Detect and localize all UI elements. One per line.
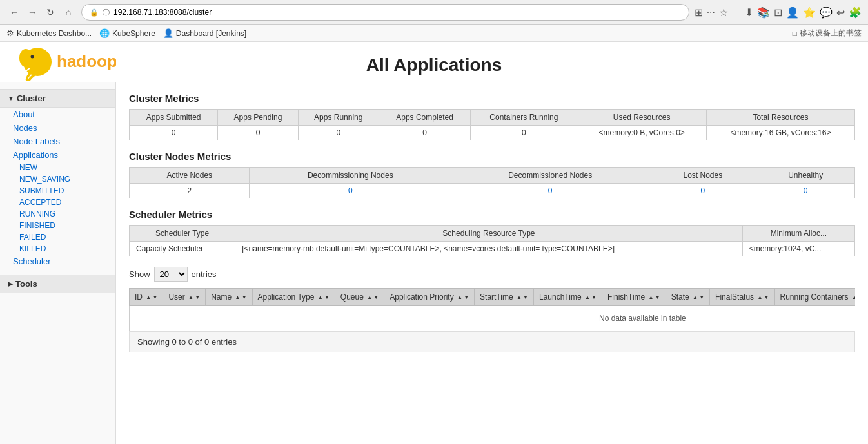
nav-buttons[interactable]: ← → ↻ ⌂ [6,5,76,20]
back-button[interactable]: ← [6,5,22,20]
extension-icon[interactable]: 🧩 [849,6,862,19]
tab-icon[interactable]: ⊡ [774,6,782,19]
scheduler-table: Scheduler Type Scheduling Resource Type … [129,225,855,256]
show-entries-row: Show 10 20 50 100 entries [129,267,855,282]
more-icon[interactable]: ··· [707,6,715,18]
scheduler-metrics-title: Scheduler Metrics [129,209,855,220]
col-apps-pending: Apps Pending [218,110,298,126]
sidebar-item-running[interactable]: RUNNING [0,208,115,220]
security-icon: 🔒 [90,8,99,17]
jenkins-icon: 👤 [163,28,173,38]
val-apps-completed: 0 [379,126,471,140]
col-id[interactable]: ID ▲ ▼ [130,289,163,306]
content-area: Cluster Metrics Apps Submitted Apps Pend… [116,82,868,444]
sidebar-item-scheduler[interactable]: Scheduler [0,255,115,268]
sort-state-icon[interactable]: ▲ ▼ [693,295,704,300]
sidebar-item-new[interactable]: NEW [0,162,115,173]
col-start-time[interactable]: StartTime ▲ ▼ [475,289,534,306]
val-scheduler-type: Capacity Scheduler [130,242,235,256]
col-name[interactable]: Name ▲ ▼ [206,289,252,306]
sidebar-item-submitted[interactable]: SUBMITTED [0,185,115,197]
col-apps-completed: Apps Completed [379,110,471,126]
favorites-icon[interactable]: ⭐ [803,6,816,19]
mobile-bookmark-label: 移动设备上的书签 [800,28,862,39]
sort-start-icon[interactable]: ▲ ▼ [517,295,528,300]
col-user[interactable]: User ▲ ▼ [163,289,206,306]
cluster-arrow-icon: ▼ [8,95,14,102]
sidebar-item-node-labels[interactable]: Node Labels [0,135,115,148]
col-scheduler-type: Scheduler Type [130,226,235,242]
tools-section-header[interactable]: ▶ Tools [0,275,115,293]
col-containers-running: Containers Running [471,110,577,126]
svg-point-3 [31,55,34,59]
back2-icon[interactable]: ↩ [836,6,845,19]
forward-button[interactable]: → [25,5,40,20]
apps-table: ID ▲ ▼ User ▲ ▼ Name ▲ ▼ [129,288,855,331]
sort-name-icon[interactable]: ▲ ▼ [235,295,247,300]
col-launch-time[interactable]: LaunchTime ▲ ▼ [534,289,602,306]
col-total-resources: Total Resources [706,110,854,126]
sidebar-item-accepted[interactable]: ACCEPTED [0,197,115,208]
sort-launch-icon[interactable]: ▲ ▼ [585,295,597,300]
sort-app-type-icon[interactable]: ▲ ▼ [318,295,330,300]
sort-queue-icon[interactable]: ▲ ▼ [367,295,379,300]
sync-icon[interactable]: 👤 [786,6,799,19]
bookmark-kubernetes[interactable]: ⚙ Kubernetes Dashbo... [6,28,92,39]
home-button[interactable]: ⌂ [61,5,76,20]
sort-priority-icon[interactable]: ▲ ▼ [457,295,469,300]
info-icon: ⓘ [103,8,110,17]
showing-info: Showing 0 to 0 of 0 entries [129,331,855,352]
cluster-header[interactable]: ▼ Cluster [0,89,115,108]
col-apps-running: Apps Running [298,110,379,126]
col-finish-time[interactable]: FinishTime ▲ ▼ [602,289,666,306]
sidebar-item-failed[interactable]: FAILED [0,231,115,243]
url-input[interactable] [113,8,681,17]
val-apps-running: 0 [298,126,379,140]
sidebar-item-killed[interactable]: KILLED [0,243,115,255]
page-title: All Applications [366,55,502,75]
col-state[interactable]: State ▲ ▼ [666,289,709,306]
val-containers-running: 0 [471,126,577,140]
sort-finish-icon[interactable]: ▲ ▼ [649,295,660,300]
sidebar: ▼ Cluster About Nodes Node Labels Applic… [0,82,116,444]
col-min-alloc: Minimum Alloc... [742,226,854,242]
col-application-type[interactable]: Application Type ▲ ▼ [252,289,335,306]
apps-table-container: ID ▲ ▼ User ▲ ▼ Name ▲ ▼ [129,288,855,331]
bookmark-mobile[interactable]: □ 移动设备上的书签 [793,28,862,39]
kubernetes-icon: ⚙ [6,28,14,38]
library-icon[interactable]: 📚 [757,6,770,19]
sidebar-item-about[interactable]: About [0,108,115,121]
col-running-containers[interactable]: Running Containers ▲ ▼ [774,289,855,306]
col-queue[interactable]: Queue ▲ ▼ [335,289,384,306]
col-decommissioned: Decommissioned Nodes [451,168,649,184]
sort-user-icon[interactable]: ▲ ▼ [188,295,200,300]
bookmark-kubesphere[interactable]: 🌐 KubeSphere [99,28,155,39]
val-apps-submitted: 0 [130,126,218,140]
col-final-status[interactable]: FinalStatus ▲ ▼ [710,289,774,306]
star-icon[interactable]: ☆ [719,6,728,19]
bookmark-jenkins-label: Dashboard [Jenkins] [176,29,246,38]
svg-text:hadoop: hadoop [57,52,116,71]
bookmark-jenkins[interactable]: 👤 Dashboard [Jenkins] [163,28,246,39]
show-label: Show [129,269,150,279]
sort-final-icon[interactable]: ▲ ▼ [757,295,769,300]
cluster-label: Cluster [17,93,46,103]
address-bar[interactable]: 🔒 ⓘ [81,4,689,21]
qr-icon[interactable]: ⊞ [695,6,703,19]
download-icon[interactable]: ⬇ [745,6,753,19]
reload-button[interactable]: ↻ [43,5,58,20]
entries-select[interactable]: 10 20 50 100 [154,267,188,282]
hadoop-logo: hadoop [13,43,116,81]
main-content: ▼ Cluster About Nodes Node Labels Applic… [0,82,868,444]
col-apps-submitted: Apps Submitted [130,110,218,126]
col-used-resources: Used Resources [577,110,707,126]
chat-icon[interactable]: 💬 [820,6,833,19]
browser-actions[interactable]: ⊞ ··· ☆ ⬇ 📚 ⊡ 👤 ⭐ 💬 ↩ 🧩 [695,6,862,19]
sort-containers-icon[interactable]: ▲ ▼ [852,295,855,300]
sort-id-icon[interactable]: ▲ ▼ [146,295,157,300]
sidebar-item-applications[interactable]: Applications [0,148,115,162]
sidebar-item-nodes[interactable]: Nodes [0,121,115,135]
col-app-priority[interactable]: Application Priority ▲ ▼ [384,289,475,306]
sidebar-item-finished[interactable]: FINISHED [0,220,115,231]
sidebar-item-new-saving[interactable]: NEW_SAVING [0,173,115,185]
